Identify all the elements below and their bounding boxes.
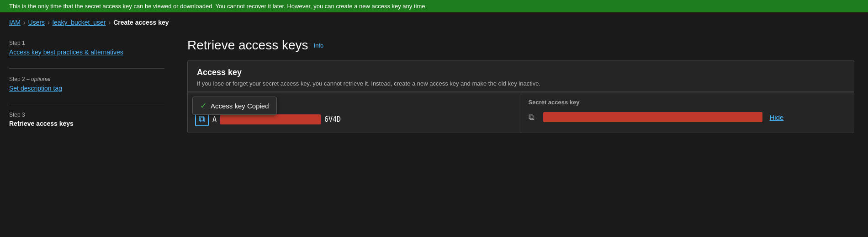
card-description: If you lose or forget your secret access… [197, 80, 845, 87]
step1-link[interactable]: Access key best practices & alternatives [9, 48, 123, 56]
page-title: Retrieve access keys [187, 38, 308, 53]
check-circle-icon: ✓ [200, 101, 207, 111]
main-layout: Step 1 Access key best practices & alter… [0, 31, 868, 147]
step2-link[interactable]: Set description tag [9, 85, 62, 92]
breadcrumb-current: Create access key [113, 19, 169, 26]
breadcrumb-sep-2: › [48, 19, 50, 26]
keys-row: Access key ⧉ A 6V4D Secret access key ⧉ [188, 92, 854, 133]
copied-message: Access key Copied [211, 102, 269, 110]
sidebar-step-2: Step 2 – optional Set description tag [9, 76, 164, 93]
step3-label: Step 3 [9, 112, 164, 118]
copy-secret-key-icon[interactable]: ⧉ [529, 113, 540, 122]
info-link[interactable]: Info [314, 42, 324, 49]
secret-key-value-row: ⧉ Hide [529, 112, 847, 122]
step-divider-1 [9, 68, 164, 69]
access-key-prefix: A [212, 115, 217, 124]
step1-label: Step 1 [9, 40, 164, 46]
banner-text: This is the only time that the secret ac… [9, 3, 427, 10]
secret-key-redacted [543, 112, 762, 122]
step3-text: Retrieve access keys [9, 120, 74, 127]
access-key-suffix: 6V4D [324, 115, 341, 124]
step2-label: Step 2 – optional [9, 76, 164, 82]
access-key-redacted [220, 114, 321, 124]
secret-key-col: Secret access key ⧉ Hide [521, 92, 854, 133]
access-key-card: Access key If you lose or forget your se… [187, 60, 854, 133]
card-header: Access key If you lose or forget your se… [188, 60, 854, 92]
breadcrumb: IAM › Users › leaky_bucket_user › Create… [0, 12, 868, 31]
warning-banner: This is the only time that the secret ac… [0, 0, 868, 12]
card-body: ✓ Access key Copied Access key ⧉ A 6V4D [188, 92, 854, 133]
step-divider-2 [9, 104, 164, 104]
breadcrumb-sep-1: › [23, 19, 26, 26]
step2-optional: optional [31, 76, 50, 82]
sidebar: Step 1 Access key best practices & alter… [0, 31, 174, 147]
breadcrumb-sep-3: › [109, 19, 111, 26]
breadcrumb-users[interactable]: Users [28, 19, 45, 26]
copied-tooltip: ✓ Access key Copied [192, 97, 277, 115]
hide-link[interactable]: Hide [770, 113, 784, 121]
breadcrumb-user[interactable]: leaky_bucket_user [53, 19, 106, 26]
breadcrumb-iam[interactable]: IAM [9, 19, 21, 26]
content-area: Retrieve access keys Info Access key If … [174, 31, 868, 147]
sidebar-step-3: Step 3 Retrieve access keys [9, 112, 164, 127]
card-title: Access key [197, 68, 845, 77]
secret-key-header: Secret access key [529, 99, 847, 108]
page-title-row: Retrieve access keys Info [187, 38, 854, 53]
sidebar-step-1: Step 1 Access key best practices & alter… [9, 40, 164, 57]
